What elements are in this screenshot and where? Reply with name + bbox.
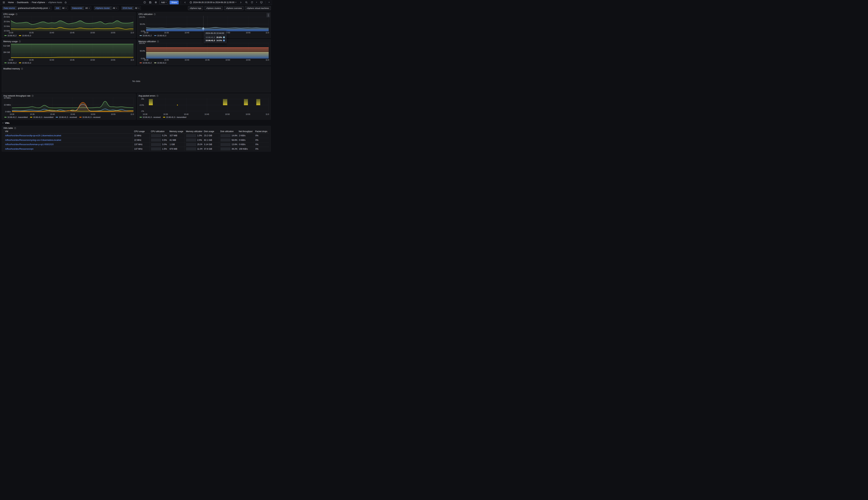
chart-plot[interactable] [11,43,134,58]
chart-plot[interactable] [12,98,134,113]
time-back-button[interactable] [183,1,187,4]
breadcrumb-item[interactable]: Final vSphere [32,1,45,4]
legend-item[interactable]: 10.66.41.3 - received [79,116,100,118]
vm-link[interactable]: /office/host/dev/Resources/syslog-uss-0.… [5,139,61,141]
time-forward-button[interactable] [239,1,243,4]
data-source-select[interactable]: grafanacloud-keithschmitty-prom ▾ [16,6,52,10]
legend-item[interactable]: 10.66.41.3 [19,62,31,64]
datacenter-label[interactable]: Datacenter [71,6,84,10]
chart-plot[interactable] [146,16,269,31]
legend-item[interactable]: 10.66.41.3 - transmitted [30,116,53,118]
vm-cell: /office/host/dev/Resources/foreman-p-sp1… [4,143,133,147]
refresh-interval-button[interactable]: ▾ [255,1,258,4]
dashboard-link-vsphere-virtual-machines[interactable]: vSphere virtual machines [245,6,271,10]
section-vms[interactable]: VMs [2,121,271,125]
legend-swatch [30,117,32,117]
time-range-picker[interactable]: 2024-06-26 10:30:00 to 2024-06-26 11:00:… [189,1,237,4]
memory-utilization-cell: 1.0% [184,134,203,138]
legend-item[interactable]: 10.66.41.3 - transmitted [163,116,186,118]
datacenter-select[interactable]: All ▾ [84,6,91,10]
memory-utilization-cell: 25.0% [184,143,203,147]
column-header[interactable]: CPU usage [133,129,149,133]
x-axis-label: 10:55 [111,113,115,115]
x-axis-label: 10:35 [29,59,34,61]
breadcrumb-item[interactable]: Home [8,1,14,4]
y-axis-label: 25 GHz [4,16,10,18]
disk-utilization-cell: 39.2% [219,147,237,151]
legend-item[interactable]: 10.66.41.2 - received [56,116,77,118]
gauge-bar [151,138,161,141]
legend-item[interactable]: 10.66.41.3 [19,35,31,37]
add-button[interactable]: Add ▾ [159,1,168,4]
zoom-out-icon [245,1,248,4]
column-header[interactable]: Disk usage [203,129,219,133]
monitor-icon [260,1,263,4]
panel-title[interactable]: Avg network throughput rate [3,95,31,97]
cpu-utilization-cell: 0.5% [149,138,168,143]
memory-utilization-cell: 2.0% [184,138,203,143]
panel-title[interactable]: CPU usage [3,13,14,15]
dashboard-insights-button[interactable] [143,1,147,4]
job-select[interactable]: All ▾ [60,6,68,10]
dashboard-settings-button[interactable] [154,1,158,4]
vm-link[interactable]: /office/host/dev/Resources/bp-qa-w19-1.b… [5,134,61,137]
column-header[interactable]: Net throughput [237,129,254,133]
column-header[interactable]: Disk utilization [219,129,237,133]
legend-item[interactable]: 10.66.41.2 - transmitted [4,116,27,118]
cluster-select[interactable]: All ▾ [111,6,119,10]
tooltip-row: 10.66.41.314.5% [204,39,226,42]
time-range-label: 2024-06-26 10:30:00 to 2024-06-26 11:00:… [193,1,235,4]
panel-title[interactable]: VMs table [3,127,13,129]
panel-title[interactable]: Modified memory [3,68,20,70]
legend-item[interactable]: 10.66.41.2 [4,62,16,64]
legend-item[interactable]: 10.66.41.2 [140,35,152,37]
zoom-out-button[interactable] [244,1,249,4]
share-button[interactable]: Share [170,1,179,4]
esxi-host-select[interactable]: All ▾ [133,6,141,10]
toolbar-collapse-button[interactable]: ▾ [268,1,271,4]
dashboard-link-vsphere-clusters[interactable]: vSphere clusters [205,6,223,10]
x-axis-label: 10:30 [10,113,14,115]
legend-item[interactable]: 10.66.41.3 [154,62,166,64]
job-label[interactable]: Job [54,6,60,10]
column-header[interactable]: CPU utilization [149,129,168,133]
top-nav: Home›Dashboards›Final vSphere›vSphere ho… [0,0,272,5]
column-header[interactable]: Memory usage [168,129,184,133]
tv-mode-button[interactable] [259,1,263,4]
gauge-value: 13.6% [231,143,237,146]
breadcrumb-item[interactable]: vSphere hosts [48,1,62,4]
legend-item[interactable]: 10.66.41.3 [154,35,166,37]
vm-link[interactable]: /office/host/dev/Resources/foreman-p-sp1… [5,143,54,146]
packet-drops-cell: 0% [254,147,269,151]
chart-plot[interactable] [146,43,269,58]
refresh-button[interactable] [250,1,254,4]
legend-item[interactable]: 10.66.41.2 [4,35,16,37]
y-axis: 512 GiB384 GiB [3,43,11,58]
chart-plot[interactable] [145,98,269,113]
gauge-value: 39.2% [231,148,237,150]
x-axis-label: 10:30 [143,113,147,115]
dashboard-link-vsphere-overview[interactable]: vSphere overview [224,6,243,10]
panel-title[interactable]: CPU utilization [138,13,153,15]
save-dashboard-button[interactable] [148,1,152,4]
menu-button[interactable] [2,1,6,4]
column-header[interactable]: Memory utilization [184,129,203,133]
chart-plot[interactable] [11,16,134,31]
cluster-label[interactable]: vSphere cluster [94,6,111,10]
x-axis: 10:3010:3510:4010:4510:5010:5511:0 [11,31,134,34]
refresh-icon [251,1,253,4]
section-disks[interactable]: Disks [2,153,271,153]
panel-title[interactable]: Memory usage [3,40,18,43]
breadcrumb-item[interactable]: Dashboards [17,1,28,4]
legend-item[interactable]: 10.66.41.3 - received [140,116,161,118]
column-header[interactable]: Packet drops [254,129,269,133]
legend-item[interactable]: 10.66.41.2 [140,62,152,64]
favorite-button[interactable] [64,1,68,4]
data-source-label[interactable]: Data source [2,6,16,10]
legend-label: 10.66.41.3 - transmitted [33,116,53,118]
vm-link[interactable]: /office/host/dev/Resources/vpn [5,148,34,150]
dashboard-link-vsphere-logs[interactable]: vSphere logs [188,6,203,10]
column-header[interactable]: VM [4,129,133,133]
panel-title[interactable]: Avg packet errors [138,95,156,97]
esxi-host-label[interactable]: ESXi host [121,6,133,10]
